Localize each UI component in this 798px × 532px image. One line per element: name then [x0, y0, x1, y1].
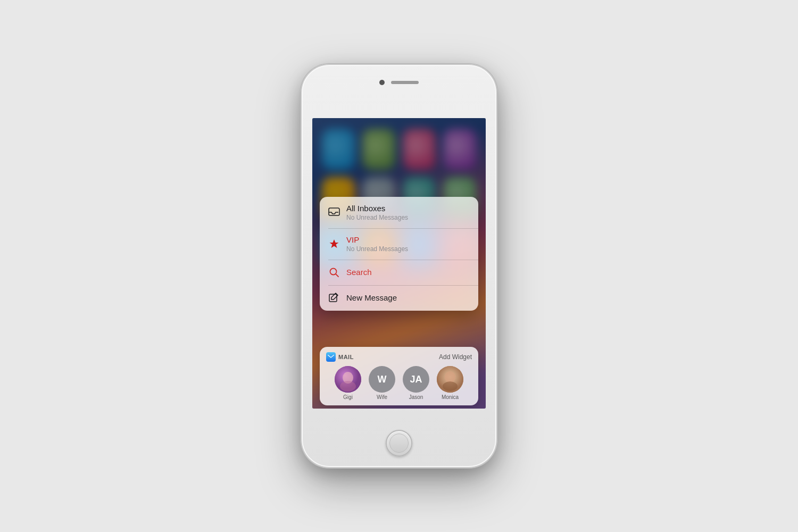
menu-item-new-message[interactable]: New Message: [320, 285, 478, 311]
contact-name-monica: Monica: [442, 394, 459, 400]
svg-rect-0: [329, 208, 339, 215]
volume-up-button[interactable]: [301, 165, 302, 195]
contact-avatar-jason: JA: [403, 366, 429, 393]
contact-item-monica[interactable]: Monica: [437, 366, 463, 400]
search-title: Search: [346, 268, 470, 277]
home-button[interactable]: [386, 430, 412, 456]
contact-name-gigi: Gigi: [343, 394, 353, 400]
contact-item-jason[interactable]: JA Jason: [403, 366, 429, 400]
widget-contacts: Gigi W Wife JA Jason: [326, 366, 472, 400]
all-inboxes-subtitle: No Unread Messages: [346, 214, 470, 221]
contact-item-gigi[interactable]: Gigi: [335, 366, 361, 400]
phone-frame: All Inboxes No Unread Messages VIP No Un…: [301, 64, 497, 468]
contact-avatar-wife: W: [369, 366, 395, 393]
screen[interactable]: All Inboxes No Unread Messages VIP No Un…: [312, 118, 486, 409]
contact-item-wife[interactable]: W Wife: [369, 366, 395, 400]
contact-name-jason: Jason: [409, 394, 423, 400]
menu-item-search[interactable]: Search: [320, 260, 478, 285]
contact-avatar-monica: [437, 366, 463, 393]
svg-line-2: [336, 274, 338, 277]
phone-top-bar: [379, 80, 419, 85]
phone-body: All Inboxes No Unread Messages VIP No Un…: [301, 64, 497, 468]
search-icon: [328, 267, 340, 278]
compose-icon: [328, 292, 340, 304]
add-widget-button[interactable]: Add Widget: [439, 353, 472, 361]
svg-point-9: [445, 371, 455, 383]
widget-title-row: MAIL: [326, 352, 354, 362]
widget-header: MAIL Add Widget: [326, 352, 472, 362]
context-menu: All Inboxes No Unread Messages VIP No Un…: [320, 197, 478, 311]
widget-title-label: MAIL: [338, 354, 354, 360]
earpiece-speaker: [391, 81, 419, 84]
mail-app-icon: [326, 352, 336, 362]
vip-subtitle: No Unread Messages: [346, 245, 470, 253]
home-button-ring: [389, 434, 409, 453]
vip-content: VIP No Unread Messages: [346, 235, 470, 253]
star-icon: [328, 238, 340, 250]
front-camera: [379, 80, 385, 85]
volume-down-button[interactable]: [301, 200, 302, 230]
vip-title: VIP: [346, 235, 470, 245]
contact-name-wife: Wife: [377, 394, 387, 400]
menu-item-all-inboxes[interactable]: All Inboxes No Unread Messages: [320, 197, 478, 228]
menu-item-vip[interactable]: VIP No Unread Messages: [320, 228, 478, 260]
contact-avatar-gigi: [335, 366, 361, 393]
search-content: Search: [346, 268, 470, 277]
all-inboxes-content: All Inboxes No Unread Messages: [346, 204, 470, 221]
inbox-icon: [328, 207, 340, 219]
all-inboxes-title: All Inboxes: [346, 204, 470, 213]
svg-point-7: [340, 381, 356, 392]
new-message-content: New Message: [346, 293, 470, 303]
svg-point-10: [443, 381, 458, 391]
power-button[interactable]: [496, 171, 497, 214]
mail-widget: MAIL Add Widget: [320, 347, 478, 405]
silent-button[interactable]: [301, 139, 302, 156]
new-message-title: New Message: [346, 293, 470, 303]
